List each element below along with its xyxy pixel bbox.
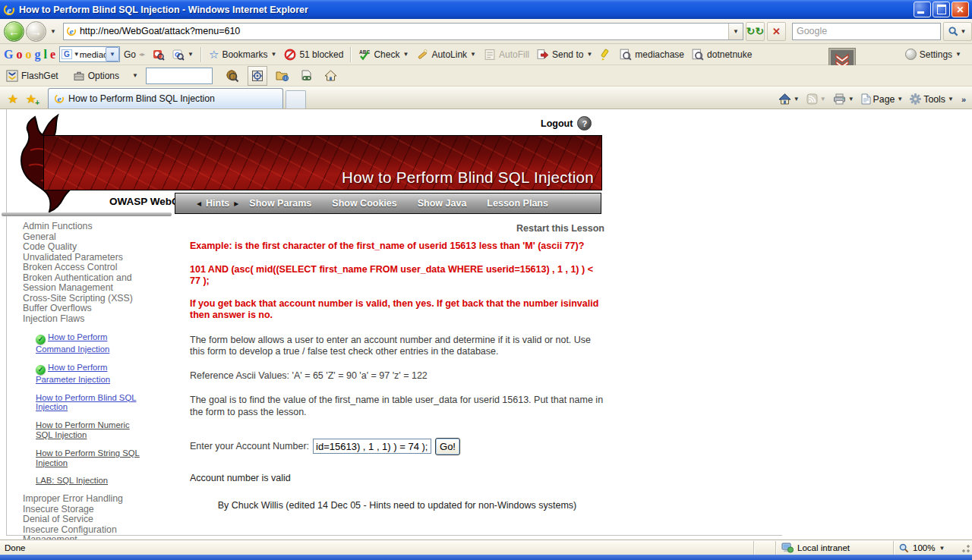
account-number-input[interactable] [313, 439, 431, 454]
google-search-dropdown[interactable]: ▼ [106, 47, 119, 61]
author-byline: By Chuck Willis (edited 14 Dec 05 - Hint… [190, 500, 604, 511]
google-go-button[interactable]: Go ◂▸ [124, 49, 145, 60]
add-favorite-button[interactable]: ★+ [22, 89, 40, 109]
sidebar-lesson-link[interactable]: How to Perform Numeric SQL Injection [36, 420, 130, 439]
resize-grip[interactable] [959, 542, 971, 554]
search-web-button[interactable]: G ▼ [172, 49, 194, 61]
new-tab-button[interactable] [286, 90, 306, 109]
refresh-button[interactable]: ↻↻ [746, 22, 765, 41]
flashget-button[interactable]: FlashGet [6, 70, 58, 82]
local-intranet-icon [781, 543, 794, 553]
search-dropdown-icon[interactable]: ▼ [960, 28, 966, 35]
settings-button[interactable]: Settings▼ [905, 49, 961, 60]
highlighter-button[interactable] [600, 49, 612, 61]
sidebar-category[interactable]: Code Quality [23, 242, 158, 253]
sidebar-category[interactable]: Broken Access Control [23, 263, 158, 273]
google-logo: Google [4, 48, 55, 61]
flashget-options-dropdown[interactable]: ▼ [132, 72, 138, 79]
account-form: Enter your Account Number: Go! [190, 438, 604, 455]
highlighter-pen-icon [600, 49, 612, 61]
stop-button[interactable]: ✕ [767, 22, 786, 41]
bookmarks-button[interactable]: ☆ Bookmarks▼ [209, 48, 276, 61]
tools-menu-button[interactable]: Tools▼ [907, 92, 956, 106]
address-field[interactable]: e http://neo/WebGoat/attack?menu=610 ▼ [63, 23, 743, 40]
sidebar-category[interactable]: Improper Error Handling [23, 494, 158, 505]
sidebar-lesson: ✓How to Perform String SQL Injection [36, 448, 144, 468]
zoom-control[interactable]: 100% ▼ [893, 541, 959, 555]
flashget-sitefolder-button[interactable] [273, 67, 292, 85]
history-dropdown-icon[interactable]: ▼ [50, 28, 56, 35]
help-icon[interactable]: ? [577, 116, 592, 131]
spellcheck-button[interactable]: ABC Check▼ [358, 49, 409, 61]
send-to-button[interactable]: Send to▼ [537, 49, 592, 61]
hints-next-icon[interactable]: ▸ [234, 198, 238, 209]
flashget-search-button[interactable] [223, 67, 241, 85]
page-menu-button[interactable]: Page▼ [859, 92, 906, 106]
hints-prev-icon[interactable]: ◂ [197, 198, 201, 209]
sidebar-lesson-link[interactable]: LAB: SQL Injection [36, 476, 108, 485]
print-button[interactable]: ▼ [831, 92, 857, 106]
sidebar-lesson-link[interactable]: How to Perform Blind SQL Injection [36, 393, 136, 412]
magnifier-icon [692, 49, 704, 61]
google-search-combo[interactable]: G ▼ mediachas ▼ [59, 46, 120, 62]
custom-search-dotnetnuke[interactable]: dotnetnuke [692, 49, 752, 61]
flashget-home-button[interactable] [322, 67, 340, 85]
sidebar-category[interactable]: Cross-Site Scripting (XSS) [23, 294, 158, 304]
sidebar-category[interactable]: General [23, 232, 158, 243]
ie-window: e How to Perform Blind SQL Injection - W… [0, 0, 972, 560]
more-commands-chevron[interactable]: » [961, 95, 966, 104]
close-button[interactable]: ✕ [951, 2, 969, 17]
restore-button[interactable] [933, 2, 950, 17]
flashget-monitor-button[interactable] [248, 66, 267, 86]
sidebar-lesson-link[interactable]: How to Perform Parameter Injection [36, 363, 110, 384]
flashget-toolbar: FlashGet Options ▼ [0, 65, 972, 87]
sidebar-category[interactable]: Admin Functions [23, 222, 158, 232]
lesson-nav-button[interactable]: Lesson Plans [487, 198, 548, 209]
sidebar-lesson-link[interactable]: How to Perform String SQL Injection [36, 448, 140, 467]
search-input[interactable]: Google [792, 23, 941, 40]
windows-taskbar-edge[interactable] [0, 555, 972, 560]
logout-link[interactable]: Logout [541, 118, 573, 129]
lesson-nav-button[interactable]: Show Java [418, 198, 467, 209]
lesson-complete-check-icon: ✓ [36, 365, 46, 375]
window-title: How to Perform Blind SQL Injection - Win… [19, 5, 912, 15]
favorites-center-button[interactable]: ★ [4, 89, 22, 109]
minimize-button[interactable] [914, 2, 931, 17]
sidebar-lesson: ✓How to Perform Parameter Injection [36, 363, 144, 385]
address-dropdown-button[interactable]: ▼ [728, 24, 743, 39]
sidebar-category[interactable]: Injection Flaws [23, 314, 158, 325]
home-icon [324, 70, 337, 81]
lesson-nav-bar: ◂ Hints ▸ Show ParamsShow CookiesShow Ja… [175, 193, 601, 214]
sidebar-category[interactable]: Unvalidated Parameters [23, 253, 158, 263]
search-site-button[interactable] [153, 49, 165, 61]
nav-hints-button[interactable]: Hints [206, 198, 229, 209]
autolink-button[interactable]: AutoLink▼ [416, 49, 476, 61]
search-go-button[interactable]: ▼ [943, 22, 972, 41]
popup-blocked-icon [284, 49, 296, 61]
restart-lesson-link[interactable]: Restart this Lesson [190, 223, 604, 234]
sidebar-category[interactable]: Broken Authentication and Session Manage… [23, 273, 158, 294]
search-options-dropdown[interactable]: ▼ [188, 51, 194, 58]
flashget-getlinks-button[interactable] [298, 67, 316, 85]
sidebar-category[interactable]: Insecure Storage [23, 505, 158, 515]
custom-search-mediachase[interactable]: mediachase [620, 49, 684, 61]
zoom-dropdown-icon[interactable]: ▼ [939, 545, 945, 552]
google-search-value[interactable]: mediachas [80, 50, 106, 59]
flashget-url-input[interactable] [146, 68, 213, 84]
title-bar: e How to Perform Blind SQL Injection - W… [0, 0, 972, 19]
sidebar-lesson-link[interactable]: How to Perform Command Injection [36, 332, 109, 354]
lesson-nav-button[interactable]: Show Params [249, 198, 311, 209]
tab-blind-sql-injection[interactable]: e How to Perform Blind SQL Injection [48, 88, 283, 109]
sidebar-category[interactable]: Denial of Service [23, 514, 158, 525]
lesson-nav-button[interactable]: Show Cookies [332, 198, 396, 209]
feeds-button[interactable]: ▼ [804, 92, 828, 106]
autofill-button[interactable]: AutoFill [484, 49, 529, 61]
sidebar-category[interactable]: Buffer Overflows [23, 304, 158, 314]
forward-button[interactable]: → [26, 21, 46, 42]
flashget-options-button[interactable]: Options [73, 70, 119, 82]
go-button[interactable]: Go! [435, 438, 460, 455]
popup-blocker-button[interactable]: 51 blocked [284, 49, 343, 61]
example-sql: 101 AND (asc( mid((SELECT first_name FRO… [190, 264, 604, 288]
home-button[interactable]: ▼ [776, 92, 802, 106]
back-button[interactable]: ← [4, 21, 24, 42]
